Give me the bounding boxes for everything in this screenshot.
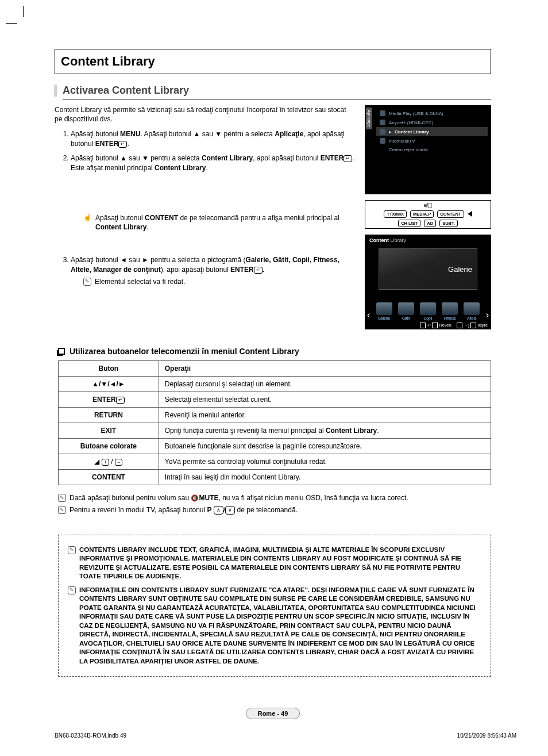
note-icon: ✎	[68, 546, 76, 554]
vertical-tab: Aplicaţie	[366, 108, 372, 129]
cl-category: Galerie	[376, 302, 392, 320]
cl-preview: Galerie	[379, 248, 477, 290]
section-heading: Activarea Content Library	[63, 85, 189, 97]
chevron-right-icon: ›	[486, 310, 489, 320]
step-2: Apăsaţi butonul ▲ sau ▼ pentru a selecta…	[71, 153, 356, 232]
cl-category: Altele	[464, 302, 480, 320]
p-down-icon: ∨	[225, 506, 235, 515]
heading-rule	[63, 99, 491, 99]
enter-icon: ↵	[118, 141, 127, 148]
disclaimer-1: CONTENTS LIBRARY INCLUDE TEXT, GRAFICĂ, …	[79, 546, 481, 581]
disclaimer-box: ✎ CONTENTS LIBRARY INCLUDE TEXT, GRAFICĂ…	[58, 535, 491, 677]
tv-menu-item: Centru reţea domic.	[376, 145, 488, 154]
content-library-screenshot: Content Library Galerie ‹ Galerie Gătit …	[365, 235, 491, 329]
note-icon: ✎	[58, 494, 66, 502]
volume-icon: ◢ + / −	[94, 458, 122, 466]
cl-exit-hint: →] Ieşire	[457, 323, 488, 328]
note-icon: ✎	[83, 278, 91, 286]
enter-icon: ↵	[344, 155, 352, 162]
enter-icon: ↵	[116, 397, 125, 404]
note-tv: Pentru a reveni în modul TV, apăsaţi but…	[70, 505, 298, 515]
footer-right: 10/21/2009 8:56:43 AM	[457, 732, 516, 739]
page-title: Content Library	[55, 49, 491, 74]
intro-text: Content Library vă permite să vizionaţi …	[55, 105, 356, 124]
step-1: Apăsaţi butonul MENU. Apăsaţi butonul ▲ …	[71, 129, 356, 149]
page-number: Rome - 49	[55, 710, 491, 717]
tv-menu-item: Anynet+ (HDMI-CEC)	[376, 118, 488, 127]
heading-accent	[55, 85, 57, 97]
note-icon: ✎	[58, 506, 66, 514]
note-mute: Dacă apăsaţi butonul pentru volum sau 🔇M…	[70, 493, 408, 503]
tv-menu-item: Media Play (USB & DLNA)	[376, 109, 488, 118]
tv-menu-item-selected: ▸ Content Library	[376, 127, 488, 136]
square-bullet-icon	[58, 348, 65, 355]
disclaimer-2: INFORMAŢIILE DIN CONTENTS LIBRARY SUNT F…	[79, 586, 481, 666]
cl-return-hint: ↩ Reven.	[420, 323, 452, 328]
enter-icon: ↵	[254, 267, 263, 274]
teletext-icon: ≡/☐	[424, 202, 433, 209]
triangle-left-icon	[468, 211, 472, 217]
remote-ttx-button: TTX/MIX	[384, 210, 407, 218]
remote-diagram: ≡/☐ TTX/MIX MEDIA.P CONTENT CH LIST AD S…	[365, 200, 491, 229]
p-up-icon: ∧	[214, 506, 223, 515]
cl-category: Fitness	[442, 302, 458, 320]
tv-menu-item: Internet@TV	[376, 136, 488, 145]
tv-menu-screenshot: Aplicaţie Media Play (USB & DLNA) Anynet…	[365, 105, 491, 194]
remote-content-button: CONTENT	[437, 210, 464, 218]
table-heading: Utilizarea butoanelor telecomenzii în me…	[70, 347, 299, 356]
footer-left: BN68-02334B-ROM.indb 49	[55, 732, 126, 739]
hand-icon: ☝	[83, 214, 92, 221]
step-3: Apăsaţi butonul ◄ sau ► pentru a selecta…	[71, 255, 356, 286]
remote-chlist-button: CH LIST	[398, 220, 420, 227]
note-icon: ✎	[68, 586, 76, 594]
remote-subt-button: SUBT.	[439, 220, 458, 227]
remote-ad-button: AD	[424, 220, 436, 227]
remote-buttons-table: ButonOperaţii ▲/▼/◄/►Deplasaţi cursorul …	[58, 360, 491, 485]
remote-mediap-button: MEDIA.P	[410, 210, 434, 218]
mute-icon: 🔇	[191, 494, 199, 501]
cl-category: Copii	[420, 302, 436, 320]
chevron-left-icon: ‹	[367, 310, 370, 320]
cl-category: Gătit	[398, 302, 414, 320]
